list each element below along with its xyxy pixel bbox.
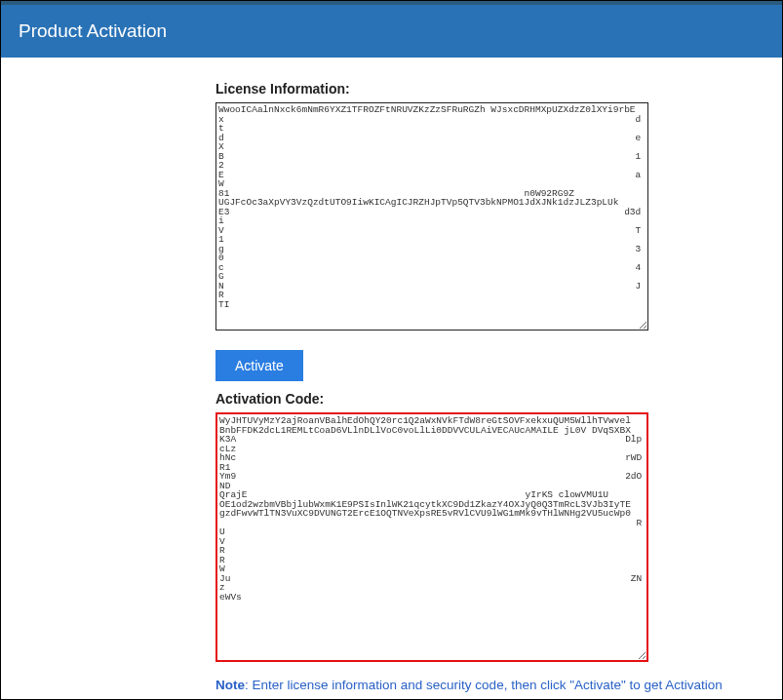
- license-textarea[interactable]: [215, 102, 648, 331]
- note-body: : Enter license information and security…: [215, 678, 723, 700]
- activation-textarea[interactable]: [215, 412, 648, 662]
- content-area: License Information: Activate Activation…: [1, 58, 782, 700]
- activation-label: Activation Code:: [215, 391, 759, 407]
- button-row: Activate: [215, 350, 759, 381]
- page-title: Product Activation: [19, 20, 167, 41]
- note-bold: Note: [215, 678, 245, 692]
- license-label: License Information:: [215, 81, 759, 97]
- note-text: Note: Enter license information and secu…: [215, 676, 723, 700]
- activate-button[interactable]: Activate: [215, 350, 303, 381]
- page-header: Product Activation: [1, 1, 782, 58]
